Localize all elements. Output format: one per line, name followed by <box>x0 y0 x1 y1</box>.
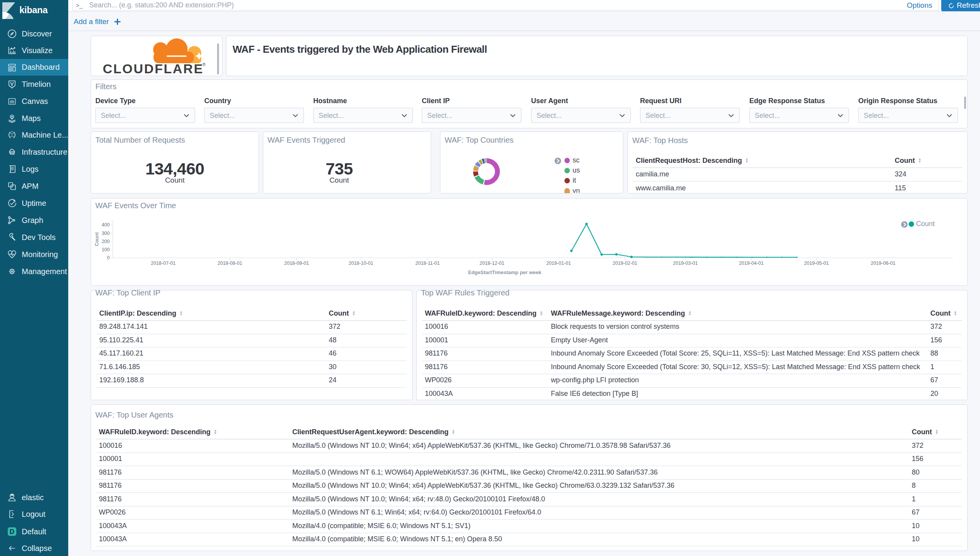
svg-text:2019-04-01: 2019-04-01 <box>739 261 764 266</box>
svg-text:2018-09-01: 2018-09-01 <box>284 261 309 266</box>
svg-text:®: ® <box>202 62 205 67</box>
svg-text:2018-12-01: 2018-12-01 <box>480 261 504 266</box>
svg-text:2019-03-01: 2019-03-01 <box>673 261 698 266</box>
svg-text:400: 400 <box>102 222 110 228</box>
svg-text:CLOUDFLARE: CLOUDFLARE <box>103 61 204 76</box>
svg-text:2018-10-01: 2018-10-01 <box>349 261 373 266</box>
svg-text:2019-02-01: 2019-02-01 <box>612 261 637 266</box>
svg-text:100: 100 <box>102 247 110 252</box>
svg-text:0: 0 <box>107 255 110 261</box>
svg-text:2018-07-01: 2018-07-01 <box>151 261 176 266</box>
svg-text:2018-08-01: 2018-08-01 <box>217 261 242 266</box>
svg-text:200: 200 <box>102 239 110 244</box>
svg-text:EdgeStartTimestamp per week: EdgeStartTimestamp per week <box>468 269 542 275</box>
svg-text:2018-11-01: 2018-11-01 <box>415 261 440 266</box>
svg-text:2019-05-01: 2019-05-01 <box>804 261 829 266</box>
svg-text:300: 300 <box>102 231 110 236</box>
svg-text:2019-06-01: 2019-06-01 <box>871 261 895 266</box>
svg-text:2019-01-01: 2019-01-01 <box>546 261 571 266</box>
svg-text:Count: Count <box>94 232 100 246</box>
svg-text:D: D <box>10 528 14 535</box>
